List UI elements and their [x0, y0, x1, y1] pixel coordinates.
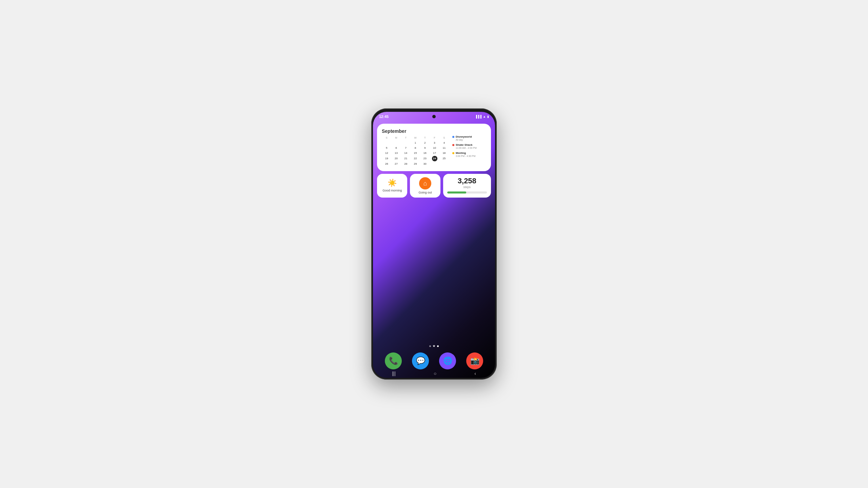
status-time: 12:45 — [379, 115, 389, 119]
cal-header-f: F — [430, 136, 439, 140]
calendar-widget[interactable]: September S M T W T F S — [377, 124, 491, 171]
event-dot-red — [452, 144, 454, 146]
cal-header-t1: T — [401, 136, 411, 140]
dock-app-camera[interactable]: 📸 — [466, 352, 483, 369]
page-dot-3[interactable] — [437, 345, 439, 347]
steps-bar-container — [447, 191, 487, 194]
event-dot-yellow — [452, 152, 454, 154]
cal-header-m: M — [391, 136, 401, 140]
nav-home-button[interactable]: ○ — [434, 371, 436, 376]
cal-header-s2: S — [439, 136, 449, 140]
app-dock: 📞 💬 🌐 📸 — [380, 352, 488, 369]
calendar-events: Disneyworld All day Shake Shack 11:00 AM… — [452, 128, 486, 166]
battery-icon: ▮ — [487, 115, 489, 118]
weather-widget[interactable]: ☀️ Good morning — [377, 174, 407, 198]
cal-header-row: S M T W T F S — [382, 136, 449, 140]
home-icon-circle: ⌂ — [419, 177, 431, 189]
messages-icon: 💬 — [416, 357, 425, 365]
event-name-meeting: Meeting — [456, 151, 486, 155]
today-cell[interactable]: 24 — [432, 156, 437, 161]
dock-app-phone[interactable]: 📞 — [385, 352, 402, 369]
nav-back-button[interactable]: ‹ — [474, 371, 476, 376]
event-time-disneyworld: All day — [456, 139, 486, 141]
cal-week-4: 19 20 21 22 23 24 25 — [382, 156, 449, 161]
calendar-grid: S M T W T F S 1 — [382, 136, 449, 166]
cal-week-5: 26 27 28 29 30 — [382, 161, 449, 166]
browser-icon: 🌐 — [443, 357, 452, 365]
event-text-disneyworld: Disneyworld All day — [456, 135, 486, 141]
steps-widget[interactable]: 3,258 steps — [443, 174, 491, 198]
phone-screen: 12:45 ▐▐▐ ▲ ▮ September S M T W — [373, 112, 495, 378]
cal-header-t2: T — [420, 136, 430, 140]
cal-header-s1: S — [382, 136, 391, 140]
home-icon: ⌂ — [423, 180, 427, 186]
cal-header-w: W — [411, 136, 420, 140]
calendar-month: September — [382, 128, 449, 134]
going-out-label: Going out — [418, 191, 432, 194]
cal-week-1: 1 2 3 4 — [382, 140, 449, 145]
steps-bar-fill — [447, 191, 466, 194]
event-meeting[interactable]: Meeting 3:00 PM - 4:30 PM — [452, 151, 486, 158]
nav-recent-button[interactable]: ||| — [392, 371, 396, 376]
event-name-shakeshack: Shake Shack — [456, 143, 486, 147]
page-dot-home[interactable] — [433, 345, 435, 347]
event-disneyworld[interactable]: Disneyworld All day — [452, 135, 486, 141]
home-widget[interactable]: ⌂ Going out — [410, 174, 440, 198]
signal-icon: ▐▐▐ — [475, 115, 481, 118]
phone-icon: 📞 — [389, 357, 398, 365]
wifi-icon: ▲ — [483, 115, 486, 118]
page-indicators — [373, 345, 495, 347]
phone-frame: 12:45 ▐▐▐ ▲ ▮ September S M T W — [371, 108, 497, 380]
weather-label: Good morning — [382, 189, 402, 193]
camera-icon: 📸 — [470, 357, 479, 365]
status-bar: 12:45 ▐▐▐ ▲ ▮ — [373, 112, 495, 121]
event-text-shakeshack: Shake Shack 11:00 AM - 2:00 PM — [456, 143, 486, 149]
calendar-left: September S M T W T F S — [382, 128, 449, 166]
widgets-area: September S M T W T F S — [377, 124, 491, 198]
steps-label: steps — [463, 185, 471, 189]
page-dot-1[interactable] — [429, 345, 431, 347]
sun-icon: ☀️ — [388, 179, 397, 187]
dock-app-messages[interactable]: 💬 — [412, 352, 429, 369]
event-time-meeting: 3:00 PM - 4:30 PM — [456, 155, 486, 158]
nav-bar: ||| ○ ‹ — [373, 370, 495, 378]
cal-week-2: 5 6 7 8 9 10 11 — [382, 145, 449, 150]
event-name-disneyworld: Disneyworld — [456, 135, 486, 139]
event-shakeshack[interactable]: Shake Shack 11:00 AM - 2:00 PM — [452, 143, 486, 149]
event-text-meeting: Meeting 3:00 PM - 4:30 PM — [456, 151, 486, 158]
status-icons: ▐▐▐ ▲ ▮ — [475, 115, 489, 118]
event-time-shakeshack: 11:00 AM - 2:00 PM — [456, 147, 486, 149]
small-widgets-row: ☀️ Good morning ⌂ Going out 3,258 steps — [377, 174, 491, 198]
dock-app-browser[interactable]: 🌐 — [439, 352, 456, 369]
steps-count: 3,258 — [458, 177, 476, 185]
cal-week-3: 12 13 14 15 16 17 18 — [382, 150, 449, 156]
event-dot-blue — [452, 136, 454, 138]
